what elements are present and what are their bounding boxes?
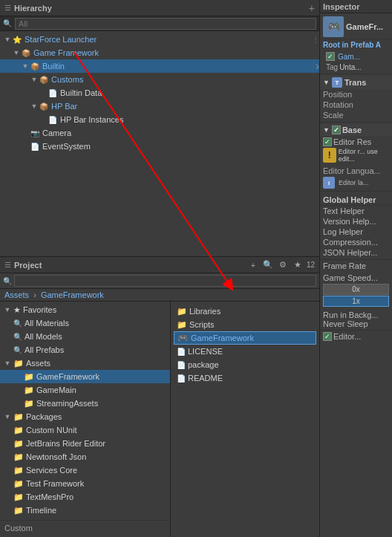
services-core-item[interactable]: 📁 Services Core [0, 463, 170, 477]
tag-value: Unta... [339, 63, 361, 71]
item-label: StreamingAssets [36, 399, 98, 408]
project-menu-icon[interactable]: ☰ [4, 261, 11, 269]
editor-res-header: ✓ Editor Res [323, 137, 389, 146]
base-arrow-icon: ▼ [323, 126, 330, 134]
favorites-label: Favorites [23, 305, 56, 314]
run-in-bg-section: Run in Backg... Never Sleep [320, 309, 392, 330]
item-label: EventSystem [42, 142, 91, 151]
inspector-content: 🎮 GameFr... Root in Prefab A ✓ Gam... Ta… [320, 13, 392, 537]
arrow-icon: ▼ [3, 36, 12, 43]
folder-icon: 📁 [13, 506, 24, 515]
item-label: Newtonsoft Json [26, 452, 86, 461]
speed-1x-button[interactable]: 1x [323, 296, 389, 307]
editor-res-checkbox[interactable]: ✓ [323, 137, 332, 146]
breadcrumb-folder[interactable]: GameFramework [41, 290, 104, 299]
project-header: ☰ Project + 🔍 ⚙ ★ 12 [0, 257, 319, 273]
hierarchy-item-builtin[interactable]: ▼ 📦 Builtin › [0, 59, 319, 73]
item-label: JetBrains Rider Editor [26, 439, 105, 448]
readme-file[interactable]: 📄 README [174, 371, 316, 385]
streamingassets-folder-item[interactable]: ▶ 📁 StreamingAssets [0, 397, 170, 410]
prefab-name: Gam... [338, 53, 360, 61]
item-label: StarForce Launcher [24, 35, 97, 44]
scale-label: Scale [323, 111, 389, 120]
gameframework-folder-item[interactable]: ▶ 📁 GameFramework [0, 370, 170, 383]
project-search-bar: 🔍 [0, 273, 319, 289]
all-models-item[interactable]: 🔍 All Models [0, 330, 170, 343]
jetbrains-rider-item[interactable]: 📁 JetBrains Rider Editor [0, 437, 170, 450]
warning-row: ! Editor r... use edit... [323, 146, 389, 164]
speed-0x-button[interactable]: 0x [323, 284, 389, 295]
libraries-folder[interactable]: 📁 Libraries [174, 305, 316, 318]
hierarchy-item-hpbar[interactable]: ▼ 📦 HP Bar [0, 100, 319, 113]
assets-section[interactable]: ▼ 📁 Assets [0, 357, 170, 370]
item-label: Timeline [26, 506, 56, 515]
favorites-section[interactable]: ▼ ★ Favorites [0, 303, 170, 316]
search-icon: 🔍 [13, 346, 22, 354]
project-search-input[interactable] [14, 275, 316, 287]
editor-checkbox[interactable]: ✓ [323, 332, 332, 341]
item-label: Builtin [42, 62, 65, 71]
hierarchy-item-builtin-data[interactable]: ▶ 📄 Builtin Data [0, 86, 319, 100]
trans-arrow-icon: ▼ [323, 79, 330, 86]
hierarchy-item-eventsystem[interactable]: ▶ 📄 EventSystem [0, 140, 319, 153]
newtonsoft-item[interactable]: 📁 Newtonsoft Json [0, 450, 170, 463]
item-label: GameMain [36, 385, 76, 394]
filter-icon[interactable]: ⚙ [277, 259, 289, 271]
hierarchy-item-starforce[interactable]: ▼ ⭐ StarForce Launcher ⋮ [0, 33, 319, 46]
package-file[interactable]: 📄 package [174, 358, 316, 371]
obj-info: GameFr... [346, 22, 383, 31]
search-icon-proj: 🔍 [3, 277, 12, 285]
item-icon: 📦 [21, 48, 31, 58]
run-in-bg-label: Run in Backg... [323, 310, 389, 319]
breadcrumb-assets[interactable]: Assets [4, 290, 29, 299]
scale-row: Scale [320, 110, 392, 120]
all-materials-item[interactable]: 🔍 All Materials [0, 316, 170, 330]
json-helper-item: JSON Helper... [320, 247, 392, 258]
file-icon: 📄 [177, 361, 186, 369]
active-checkbox[interactable]: ✓ [326, 52, 335, 61]
context-icon[interactable]: ⋮ [312, 36, 319, 44]
gameframework-asset[interactable]: 🎮 GameFramework [174, 331, 316, 345]
packages-section[interactable]: ▼ 📁 Packages [0, 410, 170, 423]
inspector-header: Inspector [320, 0, 392, 13]
folder-icon: 📁 [177, 320, 187, 330]
hierarchy-item-gameframework[interactable]: ▼ 📦 Game Framework [0, 46, 319, 59]
hierarchy-menu-icon[interactable]: ☰ [4, 4, 11, 12]
hierarchy-item-camera[interactable]: ▶ 📷 Camera [0, 126, 319, 140]
star-icon[interactable]: ★ [292, 259, 304, 271]
hierarchy-search-input[interactable] [15, 18, 316, 30]
scripts-folder[interactable]: 📁 Scripts [174, 318, 316, 331]
hierarchy-item-hpbar-instances[interactable]: ▶ 📄 HP Bar Instances [0, 113, 319, 126]
license-file[interactable]: 📄 LICENSE [174, 345, 316, 358]
item-icon: 📄 [48, 88, 58, 98]
search-icon[interactable]: 🔍 [262, 259, 274, 271]
transform-header[interactable]: ▼ T Trans [320, 76, 392, 89]
item-icon: ⭐ [12, 34, 22, 45]
search-icon: 🔍 [13, 319, 22, 328]
gamemain-folder-item[interactable]: ▶ 📁 GameMain [0, 383, 170, 397]
frame-rate-section: Frame Rate [320, 259, 392, 272]
base-header[interactable]: ▼ ✓ Base [320, 124, 392, 136]
editor-warning-text: Editor r... use edit... [339, 148, 389, 163]
search-icon: 🔍 [13, 333, 22, 341]
game-speed-section: Game Speed... 0x 1x [320, 272, 392, 309]
hierarchy-item-customs[interactable]: ▼ 📦 Customs [0, 73, 319, 86]
item-label: Game Framework [33, 48, 99, 57]
folder-icon: 📁 [13, 359, 24, 368]
file-icon: 📄 [177, 348, 186, 356]
item-label: README [188, 374, 223, 383]
add-icon[interactable]: + [247, 259, 259, 271]
all-prefabs-item[interactable]: 🔍 All Prefabs [0, 343, 170, 357]
expand-icon[interactable]: › [316, 59, 319, 73]
timeline-item[interactable]: 📁 Timeline [0, 504, 170, 517]
custom-nunit-item[interactable]: 📁 Custom NUnit [0, 423, 170, 437]
item-label: All Models [24, 332, 62, 341]
base-checkbox[interactable]: ✓ [332, 126, 341, 134]
project-panel: ☰ Project + 🔍 ⚙ ★ 12 🔍 Assets › GameFram… [0, 257, 319, 537]
item-label: HP Bar Instances [60, 115, 123, 124]
star-icon-fav: ★ [13, 305, 21, 315]
hierarchy-add-icon[interactable]: + [309, 2, 315, 14]
asset-icon: 🎮 [177, 333, 189, 343]
textmeshpro-item[interactable]: 📁 TextMeshPro [0, 490, 170, 504]
test-framework-item[interactable]: 📁 Test Framework [0, 477, 170, 490]
